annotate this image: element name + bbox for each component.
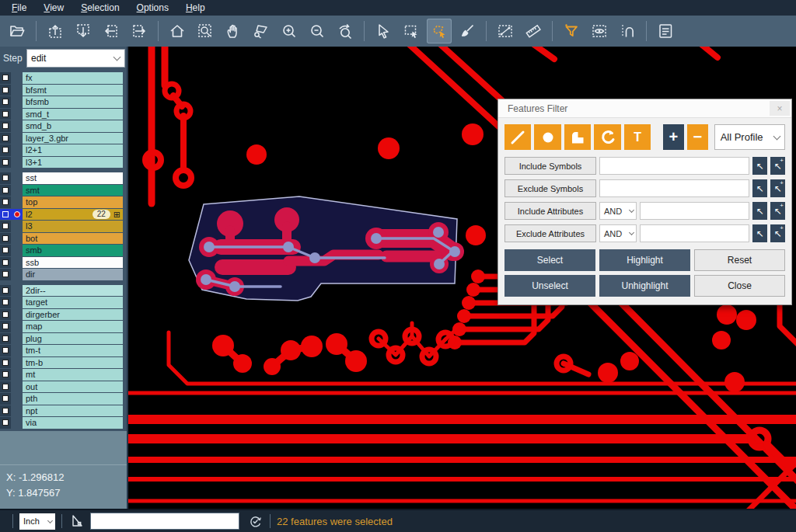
pick-attribute-button[interactable]: ↖ bbox=[752, 202, 767, 220]
filter-positive-button[interactable]: + bbox=[663, 124, 684, 150]
clear-highlight-button[interactable] bbox=[455, 19, 480, 43]
dialog-close-button[interactable]: × bbox=[770, 101, 790, 116]
layer-active-indicator[interactable] bbox=[11, 144, 23, 156]
layer-row-label[interactable]: top bbox=[23, 196, 123, 208]
layer-active-indicator[interactable] bbox=[11, 157, 23, 169]
layer-row-label[interactable]: layer_3.gbr bbox=[23, 133, 123, 144]
filter-arc-button[interactable] bbox=[594, 124, 620, 150]
layer-row-label[interactable]: tm-b bbox=[23, 357, 123, 369]
dialog-title-bar[interactable]: Features Filter × bbox=[498, 99, 791, 118]
layer-row-label[interactable]: l2 22 ⊞ bbox=[23, 209, 123, 221]
filter-line-button[interactable] bbox=[504, 124, 531, 150]
pick-attribute-button[interactable]: ↖ bbox=[752, 224, 767, 242]
layer-active-indicator[interactable] bbox=[11, 285, 23, 297]
exclude-symbols-input[interactable] bbox=[599, 179, 749, 197]
layer-active-indicator[interactable] bbox=[11, 257, 23, 269]
menu-item[interactable]: Selection bbox=[72, 0, 127, 16]
pick-add-attribute-button[interactable]: ↖+ bbox=[770, 202, 785, 220]
pan-hand-button[interactable] bbox=[221, 19, 246, 43]
layer-row-label[interactable]: target bbox=[23, 297, 123, 308]
unselect-button[interactable]: Unselect bbox=[504, 275, 595, 297]
menu-item[interactable]: File bbox=[3, 0, 35, 16]
filter-pad-button[interactable] bbox=[534, 124, 560, 150]
select-polygon-button[interactable] bbox=[427, 19, 452, 43]
layer-row-label[interactable]: via bbox=[23, 417, 123, 429]
command-input[interactable] bbox=[90, 513, 239, 530]
measure-distance-button[interactable] bbox=[493, 19, 518, 43]
snap-angle-icon[interactable] bbox=[68, 513, 86, 530]
layer-active-indicator[interactable] bbox=[11, 333, 23, 345]
layer-row-label[interactable]: l3+1 bbox=[23, 157, 123, 169]
filter-negative-button[interactable]: − bbox=[687, 124, 708, 150]
layer-visibility-checkbox[interactable] bbox=[0, 285, 11, 297]
feature-properties-button[interactable] bbox=[653, 19, 678, 43]
pan-down-button[interactable] bbox=[71, 19, 96, 43]
exclude-attributes-button[interactable]: Exclude Attributes bbox=[504, 224, 596, 242]
layer-visibility-checkbox[interactable] bbox=[0, 297, 11, 308]
include-symbols-input[interactable] bbox=[599, 157, 749, 175]
layer-row-label[interactable]: map bbox=[23, 321, 123, 332]
layer-row-label[interactable]: bot bbox=[23, 233, 123, 245]
layer-visibility-checkbox[interactable] bbox=[0, 257, 11, 269]
menu-item[interactable]: Help bbox=[177, 0, 214, 16]
layer-visibility-checkbox[interactable] bbox=[0, 196, 11, 208]
layer-active-indicator[interactable] bbox=[11, 417, 23, 429]
layer-row-label[interactable]: smt bbox=[23, 185, 123, 196]
layer-active-indicator[interactable] bbox=[11, 133, 23, 144]
layer-visibility-checkbox[interactable] bbox=[0, 72, 11, 84]
filter-surface-button[interactable] bbox=[564, 124, 591, 150]
layer-active-indicator[interactable] bbox=[11, 405, 23, 417]
layer-active-indicator[interactable] bbox=[11, 357, 23, 369]
layer-row-label[interactable]: dir bbox=[23, 269, 123, 280]
layer-visibility-checkbox[interactable] bbox=[0, 309, 11, 321]
layer-active-indicator[interactable] bbox=[11, 172, 23, 184]
exclude-attributes-logic-select[interactable]: AND bbox=[599, 224, 637, 242]
zoom-fit-button[interactable] bbox=[193, 19, 218, 43]
zoom-in-button[interactable] bbox=[277, 19, 302, 43]
layer-visibility-checkbox[interactable] bbox=[0, 221, 11, 232]
home-view-button[interactable] bbox=[165, 19, 190, 43]
zoom-area-button[interactable] bbox=[249, 19, 274, 43]
layer-active-indicator[interactable] bbox=[11, 309, 23, 321]
layer-row-label[interactable]: sst bbox=[23, 172, 123, 184]
layer-active-indicator[interactable] bbox=[11, 381, 23, 393]
layer-active-indicator[interactable] bbox=[11, 393, 23, 405]
unhighlight-button[interactable]: Unhighlight bbox=[599, 275, 690, 297]
layer-active-indicator[interactable] bbox=[11, 209, 23, 221]
close-button[interactable]: Close bbox=[694, 275, 785, 297]
profile-select[interactable]: All Profile bbox=[714, 124, 785, 150]
layer-active-indicator[interactable] bbox=[11, 321, 23, 332]
layer-visibility-checkbox[interactable] bbox=[0, 245, 11, 256]
layer-visibility-checkbox[interactable] bbox=[0, 96, 11, 108]
layer-visibility-checkbox[interactable] bbox=[0, 345, 11, 356]
layer-visibility-checkbox[interactable] bbox=[0, 185, 11, 196]
step-select[interactable]: edit bbox=[26, 49, 125, 68]
layer-row-label[interactable]: l2+1 bbox=[23, 144, 123, 156]
layer-row-label[interactable]: bfsmt bbox=[23, 85, 123, 96]
pan-left-button[interactable] bbox=[99, 19, 124, 43]
pick-add-symbol-button[interactable]: ↖+ bbox=[770, 179, 785, 197]
include-symbols-button[interactable]: Include Symbols bbox=[504, 157, 596, 175]
layer-row-label[interactable]: smb bbox=[23, 245, 123, 256]
pan-right-button[interactable] bbox=[127, 19, 152, 43]
layer-visibility-checkbox[interactable] bbox=[0, 369, 11, 381]
refresh-check-icon[interactable] bbox=[247, 513, 264, 530]
layer-row-label[interactable]: mt bbox=[23, 369, 123, 381]
layer-active-indicator[interactable] bbox=[11, 345, 23, 356]
layer-active-indicator[interactable] bbox=[11, 233, 23, 245]
open-file-button[interactable] bbox=[5, 19, 30, 43]
unit-select[interactable]: Inch bbox=[19, 513, 55, 530]
layer-row-label[interactable]: bfsmb bbox=[23, 96, 123, 108]
layer-active-indicator[interactable] bbox=[11, 196, 23, 208]
features-filter-button[interactable] bbox=[559, 19, 584, 43]
exclude-attributes-input[interactable] bbox=[640, 224, 749, 242]
layer-grid-icon[interactable]: ⊞ bbox=[113, 210, 120, 219]
layer-row-label[interactable]: ssb bbox=[23, 257, 123, 269]
reset-button[interactable]: Reset bbox=[694, 249, 785, 271]
layer-visibility-checkbox[interactable] bbox=[0, 233, 11, 245]
measure-ruler-button[interactable] bbox=[521, 19, 546, 43]
layer-visibility-checkbox[interactable] bbox=[0, 209, 11, 221]
layer-active-indicator[interactable] bbox=[11, 185, 23, 196]
highlight-button[interactable]: Highlight bbox=[599, 249, 690, 271]
layer-row-label[interactable]: plug bbox=[23, 333, 123, 345]
